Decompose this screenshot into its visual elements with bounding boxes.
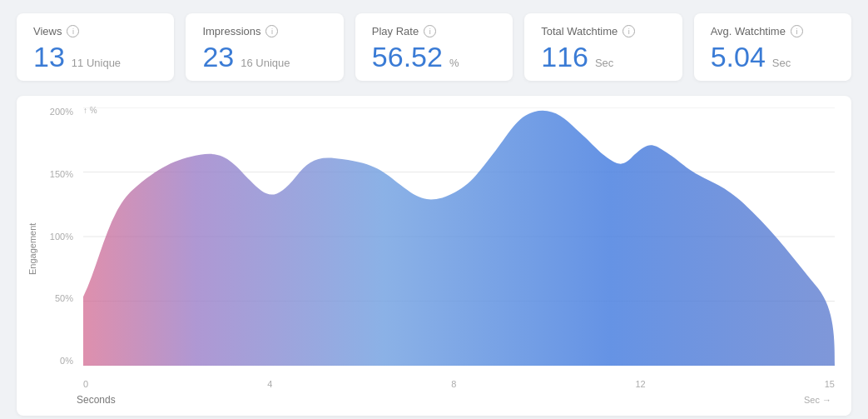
stat-card-impressions: Impressions i 23 16 Unique	[186, 13, 343, 81]
views-sub: 11 Unique	[72, 57, 121, 69]
impressions-sub: 16 Unique	[241, 57, 290, 69]
stat-card-header-play-rate: Play Rate i	[372, 25, 496, 37]
total-watchtime-label: Total Watchtime	[541, 25, 618, 37]
y-tick-200: 200%	[50, 107, 73, 117]
play-rate-value: 56.52	[372, 42, 443, 71]
y-tick-0: 0%	[60, 357, 73, 366]
stat-card-total-watchtime: Total Watchtime i 116 Sec	[524, 13, 682, 81]
x-tick-4: 4	[267, 379, 272, 389]
x-tick-0: 0	[83, 379, 88, 389]
x-tick-12: 12	[635, 379, 645, 389]
views-value: 13	[33, 42, 65, 71]
dashboard: Views i 13 11 Unique Impressions i 23 16…	[0, 0, 868, 419]
avg-watchtime-label: Avg. Watchtime	[711, 25, 786, 37]
play-rate-value-row: 56.52 %	[372, 42, 496, 71]
total-watchtime-value: 116	[541, 42, 588, 71]
stat-card-header-impressions: Impressions i	[202, 25, 326, 37]
y-tick-100: 100%	[50, 232, 73, 242]
plot-area	[83, 107, 835, 366]
x-tick-15: 15	[825, 379, 835, 389]
total-watchtime-info-icon[interactable]: i	[622, 25, 635, 37]
y-axis-label: Engagement	[25, 107, 40, 391]
impressions-value-row: 23 16 Unique	[202, 42, 326, 71]
x-tick-8: 8	[451, 379, 456, 389]
stat-card-header-avg-watchtime: Avg. Watchtime i	[711, 25, 835, 37]
bottom-labels: Seconds Sec →	[25, 394, 835, 406]
total-watchtime-sub: Sec	[595, 57, 613, 69]
stats-row: Views i 13 11 Unique Impressions i 23 16…	[17, 13, 851, 81]
avg-watchtime-sub: Sec	[772, 57, 791, 69]
chart-inner: Engagement 200% 150% 100% 50% 0% ↑ %	[25, 107, 835, 391]
views-info-icon[interactable]: i	[67, 25, 79, 37]
play-rate-sub: %	[449, 57, 459, 69]
y-tick-50: 50%	[55, 294, 73, 303]
play-rate-info-icon[interactable]: i	[424, 25, 436, 37]
stat-card-play-rate: Play Rate i 56.52 %	[355, 13, 513, 81]
avg-watchtime-value-row: 5.04 Sec	[711, 42, 835, 71]
x-axis-ticks: 0 4 8 12 15	[83, 379, 835, 389]
y-axis-ticks: 200% 150% 100% 50% 0%	[43, 107, 78, 366]
stat-card-views: Views i 13 11 Unique	[17, 13, 174, 81]
impressions-info-icon[interactable]: i	[265, 25, 278, 37]
chart-svg	[83, 107, 835, 366]
impressions-value: 23	[202, 42, 234, 71]
total-watchtime-value-row: 116 Sec	[541, 42, 665, 71]
y-tick-150: 150%	[50, 170, 73, 179]
views-label: Views	[33, 25, 62, 37]
avg-watchtime-value: 5.04	[711, 42, 766, 71]
impressions-label: Impressions	[202, 25, 260, 37]
chart-area: 200% 150% 100% 50% 0% ↑ %	[43, 107, 835, 391]
avg-watchtime-info-icon[interactable]: i	[791, 25, 803, 37]
engagement-chart-container: Engagement 200% 150% 100% 50% 0% ↑ %	[17, 96, 851, 416]
x-axis-label: Seconds	[77, 394, 116, 406]
views-value-row: 13 11 Unique	[33, 42, 157, 71]
x-axis-arrow-label: Sec →	[804, 395, 831, 405]
stat-card-header-views: Views i	[33, 25, 157, 37]
stat-card-avg-watchtime: Avg. Watchtime i 5.04 Sec	[694, 13, 851, 81]
play-rate-label: Play Rate	[372, 25, 419, 37]
stat-card-header-total-watchtime: Total Watchtime i	[541, 25, 665, 37]
